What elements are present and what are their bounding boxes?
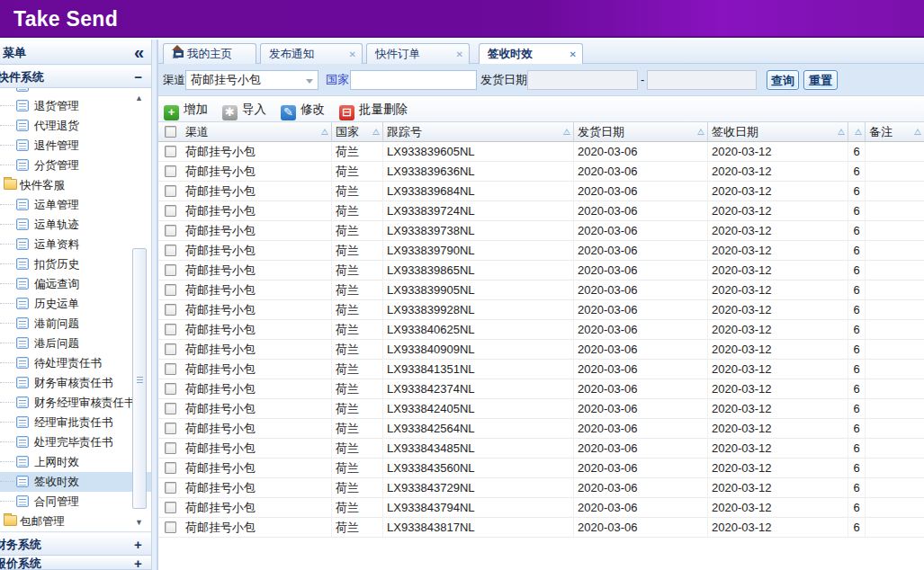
- scrollbar-thumb[interactable]: [132, 248, 147, 509]
- column-header-0[interactable]: 渠道: [182, 122, 332, 142]
- column-header-5[interactable]: [848, 122, 866, 142]
- row-checkbox[interactable]: [165, 185, 176, 197]
- date-from-input[interactable]: [527, 70, 638, 90]
- column-header-3[interactable]: 发货日期: [574, 122, 708, 142]
- sidebar-collapse-icon[interactable]: «: [134, 40, 144, 65]
- sidebar-section-finance[interactable]: 财务系统 +: [0, 532, 151, 556]
- sidebar-item-15[interactable]: 财务审核责任书: [0, 373, 151, 393]
- table-row[interactable]: 荷邮挂号小包荷兰LX933843729NL2020-03-062020-03-1…: [158, 478, 924, 498]
- table-row[interactable]: 荷邮挂号小包荷兰LX933842405NL2020-03-062020-03-1…: [158, 399, 924, 419]
- sidebar-item-1[interactable]: 退货管理: [0, 96, 151, 116]
- column-header-6[interactable]: 备注: [866, 122, 924, 142]
- country-input[interactable]: [350, 70, 477, 90]
- table-row[interactable]: 荷邮挂号小包荷兰LX933839724NL2020-03-062020-03-1…: [158, 201, 924, 221]
- reset-button[interactable]: 重置: [803, 70, 838, 90]
- select-all-checkbox[interactable]: [165, 126, 176, 138]
- scroll-up-icon[interactable]: ▲: [132, 92, 146, 104]
- close-icon[interactable]: ✕: [349, 45, 356, 65]
- search-button[interactable]: 查询: [767, 70, 799, 90]
- table-row[interactable]: 荷邮挂号小包荷兰LX933842564NL2020-03-062020-03-1…: [158, 419, 924, 439]
- sidebar-item-4[interactable]: 分货管理: [0, 156, 151, 175]
- sidebar-item-19[interactable]: 上网时效: [0, 452, 151, 472]
- row-checkbox[interactable]: [165, 324, 176, 335]
- row-checkbox[interactable]: [165, 165, 176, 177]
- tab-2[interactable]: 快件订单✕: [366, 43, 470, 64]
- close-icon[interactable]: ✕: [570, 45, 577, 65]
- channel-select[interactable]: 荷邮挂号小包: [185, 70, 318, 90]
- sort-icon[interactable]: [321, 129, 328, 135]
- sort-icon[interactable]: [855, 129, 862, 135]
- table-row[interactable]: 荷邮挂号小包荷兰LX933840909NL2020-03-062020-03-1…: [158, 340, 924, 360]
- row-checkbox[interactable]: [165, 304, 176, 316]
- row-checkbox[interactable]: [165, 462, 176, 474]
- table-row[interactable]: 荷邮挂号小包荷兰LX933842374NL2020-03-062020-03-1…: [158, 379, 924, 399]
- close-icon[interactable]: ✕: [456, 45, 463, 65]
- table-row[interactable]: 荷邮挂号小包荷兰LX933843817NL2020-03-062020-03-1…: [158, 518, 924, 538]
- sidebar-item-10[interactable]: 偏远查询: [0, 274, 151, 294]
- row-checkbox[interactable]: [165, 264, 176, 276]
- row-checkbox[interactable]: [165, 442, 176, 454]
- column-header-2[interactable]: 跟踪号: [383, 122, 574, 142]
- sidebar-item-12[interactable]: 港前问题: [0, 314, 151, 334]
- sidebar-item-3[interactable]: 退件管理: [0, 136, 151, 156]
- sidebar-item-14[interactable]: 待处理责任书: [0, 353, 151, 373]
- row-checkbox[interactable]: [165, 423, 176, 434]
- sidebar-item-9[interactable]: 扣货历史: [0, 254, 151, 274]
- tab-0[interactable]: ⌂我的主页: [163, 43, 256, 64]
- sidebar-item-20[interactable]: 签收时效: [0, 472, 151, 492]
- row-checkbox[interactable]: [165, 502, 176, 513]
- sidebar-section-quote[interactable]: 报价系统 +: [0, 556, 151, 570]
- date-to-input[interactable]: [647, 70, 757, 90]
- table-row[interactable]: 荷邮挂号小包荷兰LX933839865NL2020-03-062020-03-1…: [158, 261, 924, 281]
- sidebar-item-0[interactable]: [0, 88, 151, 96]
- table-row[interactable]: 荷邮挂号小包荷兰LX933840625NL2020-03-062020-03-1…: [158, 320, 924, 340]
- toolbar-button-3[interactable]: ⊟批量删除: [339, 101, 408, 120]
- sidebar-item-6[interactable]: 运单管理: [0, 195, 151, 215]
- row-checkbox[interactable]: [165, 482, 176, 494]
- sort-icon[interactable]: [563, 129, 570, 135]
- toolbar-button-1[interactable]: ✱导入: [222, 101, 266, 120]
- table-row[interactable]: 荷邮挂号小包荷兰LX933843794NL2020-03-062020-03-1…: [158, 498, 924, 518]
- chevron-down-icon[interactable]: [306, 79, 313, 84]
- column-header-4[interactable]: 签收日期: [708, 122, 848, 142]
- sort-icon[interactable]: [697, 129, 704, 135]
- row-checkbox[interactable]: [165, 205, 176, 217]
- table-row[interactable]: 荷邮挂号小包荷兰LX933839928NL2020-03-062020-03-1…: [158, 300, 924, 320]
- sidebar-item-22[interactable]: 包邮管理: [0, 512, 151, 531]
- sidebar-item-8[interactable]: 运单资料: [0, 235, 151, 254]
- sidebar-item-5[interactable]: 快件客服: [0, 175, 151, 195]
- sort-icon[interactable]: [914, 129, 921, 135]
- sidebar-item-2[interactable]: 代理退货: [0, 116, 151, 136]
- sidebar-item-7[interactable]: 运单轨迹: [0, 215, 151, 235]
- toolbar-button-2[interactable]: ✎修改: [281, 101, 325, 120]
- sort-icon[interactable]: [838, 129, 845, 135]
- sidebar-item-16[interactable]: 财务经理审核责任书: [0, 393, 151, 413]
- row-checkbox[interactable]: [165, 146, 176, 157]
- scroll-down-icon[interactable]: ▼: [132, 516, 146, 529]
- sidebar-scrollbar[interactable]: ▲ ▼: [132, 92, 146, 529]
- table-row[interactable]: 荷邮挂号小包荷兰LX933839738NL2020-03-062020-03-1…: [158, 221, 924, 241]
- row-checkbox[interactable]: [165, 383, 176, 395]
- tab-3[interactable]: 签收时效✕: [479, 43, 583, 65]
- sidebar-item-17[interactable]: 经理审批责任书: [0, 413, 151, 432]
- row-checkbox[interactable]: [165, 403, 176, 414]
- sidebar-splitter[interactable]: [151, 40, 157, 570]
- row-checkbox[interactable]: [165, 363, 176, 375]
- column-header-1[interactable]: 国家: [332, 122, 383, 142]
- table-row[interactable]: 荷邮挂号小包荷兰LX933843560NL2020-03-062020-03-1…: [158, 459, 924, 478]
- row-checkbox[interactable]: [165, 225, 176, 236]
- table-row[interactable]: 荷邮挂号小包荷兰LX933839905NL2020-03-062020-03-1…: [158, 281, 924, 300]
- toolbar-button-0[interactable]: +增加: [164, 101, 208, 120]
- tab-1[interactable]: 发布通知✕: [260, 43, 363, 64]
- table-row[interactable]: 荷邮挂号小包荷兰LX933843485NL2020-03-062020-03-1…: [158, 439, 924, 459]
- row-checkbox[interactable]: [165, 245, 176, 256]
- row-checkbox[interactable]: [165, 521, 176, 533]
- table-row[interactable]: 荷邮挂号小包荷兰LX933839790NL2020-03-062020-03-1…: [158, 241, 924, 261]
- table-row[interactable]: 荷邮挂号小包荷兰LX933839605NL2020-03-062020-03-1…: [158, 142, 924, 162]
- sidebar-item-18[interactable]: 处理完毕责任书: [0, 432, 151, 452]
- row-checkbox[interactable]: [165, 284, 176, 296]
- table-row[interactable]: 荷邮挂号小包荷兰LX933839684NL2020-03-062020-03-1…: [158, 182, 924, 201]
- sidebar-item-13[interactable]: 港后问题: [0, 334, 151, 353]
- sidebar-menu-header[interactable]: 菜单 «: [0, 40, 151, 65]
- table-row[interactable]: 荷邮挂号小包荷兰LX933841351NL2020-03-062020-03-1…: [158, 360, 924, 379]
